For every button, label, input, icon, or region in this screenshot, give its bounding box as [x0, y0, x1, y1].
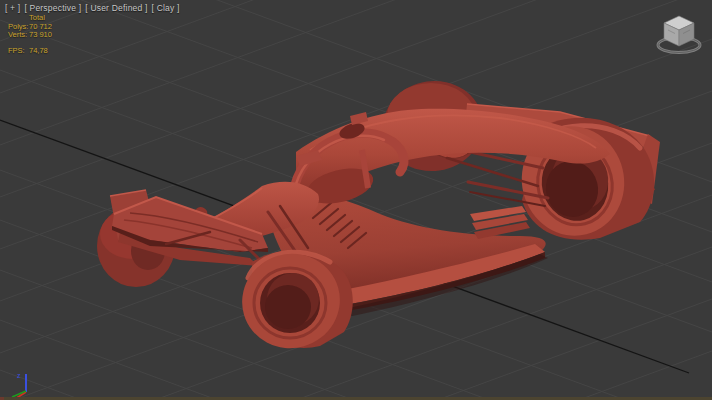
axis-z-label: z [17, 372, 21, 379]
viewport-statistics: Total Polys: 70 712 Verts: 73 910 FPS: 7… [8, 14, 52, 55]
viewcube-icon[interactable] [658, 16, 700, 53]
f1-car-model[interactable] [97, 74, 660, 359]
viewport-pov-menu[interactable]: [ Perspective ] [24, 3, 81, 13]
stats-fps-value: 74,78 [29, 47, 52, 56]
viewport-scene[interactable]: z [0, 0, 712, 400]
world-axis-icon: z [12, 372, 26, 399]
stats-verts-value: 73 910 [29, 31, 52, 40]
stats-verts-label: Verts: [8, 31, 27, 40]
viewport-general-menu[interactable]: [ + ] [5, 3, 20, 13]
diffuser [470, 206, 530, 239]
viewport-user-defined-menu[interactable]: [ User Defined ] [85, 3, 147, 13]
viewport-shading-menu[interactable]: [ Clay ] [152, 3, 180, 13]
3d-viewport[interactable]: z [ + ] [ Perspective ] [ User Defined ]… [0, 0, 712, 400]
stats-fps-label: FPS: [8, 47, 27, 56]
viewport-label: [ + ] [ Perspective ] [ User Defined ] [… [5, 3, 180, 13]
